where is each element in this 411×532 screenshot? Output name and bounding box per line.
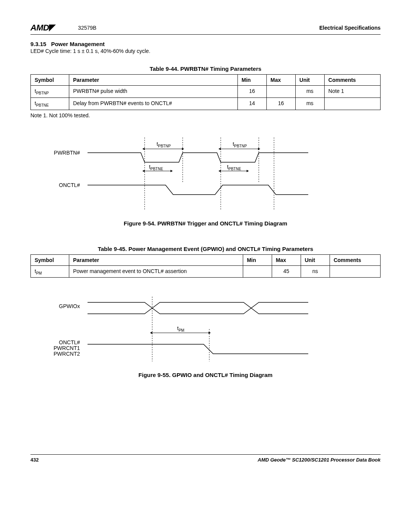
- th-unit: Unit: [301, 254, 330, 265]
- cell-max: 16: [266, 97, 295, 110]
- figure-54-diagram: PWRBTN# tPBTNP tPBTNP tPBTNE tPBTNE ONCT…: [30, 134, 381, 215]
- th-max: Max: [266, 75, 295, 86]
- doc-code: 32579B: [78, 25, 96, 31]
- section-body: LED# Cycle time: 1 s ± 0.1 s, 40%-60% du…: [30, 48, 381, 54]
- table-44: Symbol Parameter Min Max Unit Comments t…: [30, 74, 381, 110]
- svg-text:tPBTNP: tPBTNP: [156, 141, 171, 148]
- cell-symbol: tPBTNP: [31, 86, 69, 98]
- th-max: Max: [272, 254, 301, 265]
- cell-max: 45: [272, 265, 301, 278]
- th-symbol: Symbol: [31, 254, 69, 265]
- svg-text:tPBTNE: tPBTNE: [227, 164, 241, 171]
- footer-page-number: 432: [30, 457, 39, 463]
- table-row: tPBTNE Delay from PWRBTN# events to ONCT…: [31, 97, 381, 110]
- cell-min: 14: [237, 97, 266, 110]
- label-pwrcnt2: PWRCNT2: [54, 351, 80, 357]
- figure-55-diagram: GPWIOx tPM ONCTL# PWRCNT1 PWRCNT2: [30, 293, 381, 366]
- svg-text:tPBTNP: tPBTNP: [233, 141, 247, 148]
- cell-unit: ms: [295, 97, 324, 110]
- table-header-row: Symbol Parameter Min Max Unit Comments: [31, 254, 381, 265]
- th-comments: Comments: [324, 75, 380, 86]
- section-number: 9.3.15: [30, 41, 49, 47]
- cell-symbol: tPM: [31, 265, 69, 278]
- label-pwrcnt1: PWRCNT1: [54, 345, 80, 351]
- header-section-title: Electrical Specifications: [319, 25, 381, 31]
- table-header-row: Symbol Parameter Min Max Unit Comments: [31, 75, 381, 86]
- table-44-caption: Table 9-44. PWRBTN# Timing Parameters: [30, 66, 381, 72]
- th-min: Min: [237, 75, 266, 86]
- label-pwrbtn: PWRBTN#: [54, 150, 80, 156]
- th-symbol: Symbol: [31, 75, 69, 86]
- section-heading: 9.3.15 Power Management: [30, 41, 381, 47]
- amd-logo: AMD◤: [30, 23, 55, 33]
- cell-parameter: PWRBTN# pulse width: [69, 86, 238, 98]
- label-gpwiox: GPWIOx: [59, 303, 80, 309]
- figure-55-caption: Figure 9-55. GPWIO and ONCTL# Timing Dia…: [30, 372, 381, 378]
- cell-unit: ns: [301, 265, 330, 278]
- svg-text:tPBTNE: tPBTNE: [149, 164, 163, 171]
- label-onctl: ONCTL#: [59, 182, 80, 188]
- cell-comments: [330, 265, 380, 278]
- cell-symbol: tPBTNE: [31, 97, 69, 110]
- cell-max: [266, 86, 295, 98]
- th-unit: Unit: [295, 75, 324, 86]
- cell-comments: Note 1: [324, 86, 380, 98]
- section-title-text: Power Management: [51, 41, 105, 47]
- th-parameter: Parameter: [69, 75, 238, 86]
- page-footer: 432 AMD Geode™ SC1200/SC1201 Processor D…: [30, 454, 381, 463]
- label-onctl2: ONCTL#: [59, 339, 80, 345]
- svg-text:tPM: tPM: [177, 325, 185, 332]
- cell-parameter: Power management event to ONCTL# asserti…: [69, 265, 243, 278]
- table-45-caption: Table 9-45. Power Management Event (GPWI…: [30, 246, 381, 252]
- cell-parameter: Delay from PWRBTN# events to ONCTL#: [69, 97, 238, 110]
- page-header: AMD◤ 32579B Electrical Specifications: [30, 23, 381, 35]
- table-row: tPM Power management event to ONCTL# ass…: [31, 265, 381, 278]
- cell-min: 16: [237, 86, 266, 98]
- footer-book-title: AMD Geode™ SC1200/SC1201 Processor Data …: [258, 457, 381, 463]
- cell-comments: [324, 97, 380, 110]
- table-45: Symbol Parameter Min Max Unit Comments t…: [30, 254, 381, 278]
- th-min: Min: [243, 254, 272, 265]
- th-comments: Comments: [330, 254, 380, 265]
- cell-unit: ms: [295, 86, 324, 98]
- table-row: tPBTNP PWRBTN# pulse width 16 ms Note 1: [31, 86, 381, 98]
- table-44-footnote: Note 1. Not 100% tested.: [30, 112, 381, 118]
- figure-54-caption: Figure 9-54. PWRBTN# Trigger and ONCTL# …: [30, 220, 381, 227]
- cell-min: [243, 265, 272, 278]
- th-parameter: Parameter: [69, 254, 243, 265]
